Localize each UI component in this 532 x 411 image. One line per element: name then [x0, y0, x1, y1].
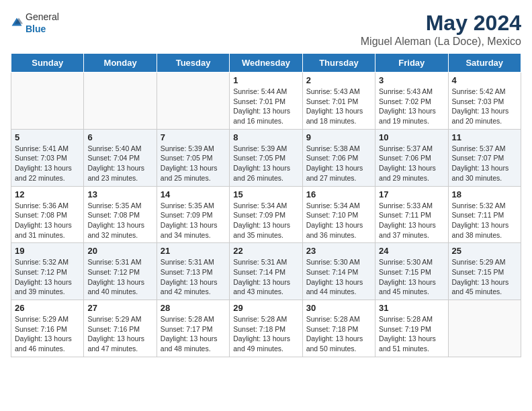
- col-header-saturday: Saturday: [448, 54, 521, 73]
- cell-info: Sunrise: 5:44 AM Sunset: 7:01 PM Dayligh…: [233, 87, 298, 126]
- cell-info: Sunrise: 5:31 AM Sunset: 7:14 PM Dayligh…: [233, 257, 298, 297]
- day-number: 12: [15, 189, 80, 199]
- col-header-friday: Friday: [375, 54, 448, 73]
- day-number: 13: [87, 189, 152, 199]
- calendar-cell: 27Sunrise: 5:29 AM Sunset: 7:16 PM Dayli…: [84, 300, 157, 357]
- cell-info: Sunrise: 5:31 AM Sunset: 7:13 PM Dayligh…: [161, 257, 226, 297]
- calendar-cell: 9Sunrise: 5:38 AM Sunset: 7:06 PM Daylig…: [302, 129, 375, 186]
- subtitle: Miguel Aleman (La Doce), Mexico: [361, 36, 521, 48]
- cell-info: Sunrise: 5:28 AM Sunset: 7:19 PM Dayligh…: [379, 314, 444, 354]
- day-number: 10: [379, 132, 444, 142]
- calendar-cell: 13Sunrise: 5:35 AM Sunset: 7:08 PM Dayli…: [84, 186, 157, 243]
- calendar-cell: 30Sunrise: 5:28 AM Sunset: 7:18 PM Dayli…: [302, 300, 375, 357]
- day-number: 17: [379, 189, 444, 199]
- cell-info: Sunrise: 5:32 AM Sunset: 7:11 PM Dayligh…: [452, 201, 517, 240]
- logo: General Blue: [11, 11, 59, 35]
- calendar-cell: [11, 73, 84, 130]
- day-number: 22: [233, 246, 298, 256]
- main-title: May 2024: [361, 11, 521, 36]
- col-header-wednesday: Wednesday: [230, 54, 302, 73]
- day-number: 23: [306, 246, 371, 256]
- cell-info: Sunrise: 5:28 AM Sunset: 7:18 PM Dayligh…: [233, 314, 298, 354]
- calendar-cell: 19Sunrise: 5:32 AM Sunset: 7:12 PM Dayli…: [11, 243, 84, 300]
- day-number: 7: [161, 132, 226, 142]
- cell-info: Sunrise: 5:28 AM Sunset: 7:18 PM Dayligh…: [306, 314, 371, 354]
- cell-info: Sunrise: 5:32 AM Sunset: 7:12 PM Dayligh…: [15, 257, 80, 297]
- calendar-cell: 14Sunrise: 5:35 AM Sunset: 7:09 PM Dayli…: [157, 186, 229, 243]
- cell-info: Sunrise: 5:39 AM Sunset: 7:05 PM Dayligh…: [161, 144, 226, 183]
- calendar-cell: 31Sunrise: 5:28 AM Sunset: 7:19 PM Dayli…: [375, 300, 448, 357]
- calendar-cell: 26Sunrise: 5:29 AM Sunset: 7:16 PM Dayli…: [11, 300, 84, 357]
- calendar-cell: 7Sunrise: 5:39 AM Sunset: 7:05 PM Daylig…: [157, 129, 229, 186]
- cell-info: Sunrise: 5:34 AM Sunset: 7:10 PM Dayligh…: [306, 201, 371, 240]
- cell-info: Sunrise: 5:38 AM Sunset: 7:06 PM Dayligh…: [306, 144, 371, 183]
- day-number: 15: [233, 189, 298, 199]
- day-number: 29: [233, 303, 298, 313]
- day-number: 5: [15, 132, 80, 142]
- calendar-cell: 29Sunrise: 5:28 AM Sunset: 7:18 PM Dayli…: [230, 300, 302, 357]
- calendar-cell: 16Sunrise: 5:34 AM Sunset: 7:10 PM Dayli…: [302, 186, 375, 243]
- header: General Blue May 2024 Miguel Aleman (La …: [11, 11, 521, 48]
- day-number: 28: [161, 303, 226, 313]
- day-number: 6: [87, 132, 152, 142]
- day-number: 31: [379, 303, 444, 313]
- calendar-cell: [157, 73, 229, 130]
- logo-general: General: [26, 11, 59, 22]
- cell-info: Sunrise: 5:43 AM Sunset: 7:02 PM Dayligh…: [379, 87, 444, 126]
- logo-icon: [11, 17, 23, 29]
- calendar-cell: 15Sunrise: 5:34 AM Sunset: 7:09 PM Dayli…: [230, 186, 302, 243]
- cell-info: Sunrise: 5:29 AM Sunset: 7:16 PM Dayligh…: [87, 314, 152, 354]
- cell-info: Sunrise: 5:35 AM Sunset: 7:09 PM Dayligh…: [161, 201, 226, 240]
- cell-info: Sunrise: 5:40 AM Sunset: 7:04 PM Dayligh…: [87, 144, 152, 183]
- calendar-cell: 22Sunrise: 5:31 AM Sunset: 7:14 PM Dayli…: [230, 243, 302, 300]
- calendar-cell: 24Sunrise: 5:30 AM Sunset: 7:15 PM Dayli…: [375, 243, 448, 300]
- calendar-cell: 21Sunrise: 5:31 AM Sunset: 7:13 PM Dayli…: [157, 243, 229, 300]
- cell-info: Sunrise: 5:36 AM Sunset: 7:08 PM Dayligh…: [15, 201, 80, 240]
- day-number: 26: [15, 303, 80, 313]
- day-number: 3: [379, 75, 444, 85]
- col-header-thursday: Thursday: [302, 54, 375, 73]
- calendar-cell: 28Sunrise: 5:28 AM Sunset: 7:17 PM Dayli…: [157, 300, 229, 357]
- calendar-cell: 8Sunrise: 5:39 AM Sunset: 7:05 PM Daylig…: [230, 129, 302, 186]
- day-number: 9: [306, 132, 371, 142]
- cell-info: Sunrise: 5:37 AM Sunset: 7:06 PM Dayligh…: [379, 144, 444, 183]
- day-number: 8: [233, 132, 298, 142]
- cell-info: Sunrise: 5:34 AM Sunset: 7:09 PM Dayligh…: [233, 201, 298, 240]
- calendar-cell: 12Sunrise: 5:36 AM Sunset: 7:08 PM Dayli…: [11, 186, 84, 243]
- day-number: 21: [161, 246, 226, 256]
- logo-blue: Blue: [26, 24, 46, 34]
- cell-info: Sunrise: 5:41 AM Sunset: 7:03 PM Dayligh…: [15, 144, 80, 183]
- day-number: 27: [87, 303, 152, 313]
- day-number: 11: [452, 132, 517, 142]
- calendar-cell: [448, 300, 521, 357]
- day-number: 25: [452, 246, 517, 256]
- day-number: 1: [233, 75, 298, 85]
- cell-info: Sunrise: 5:30 AM Sunset: 7:15 PM Dayligh…: [379, 257, 444, 297]
- cell-info: Sunrise: 5:35 AM Sunset: 7:08 PM Dayligh…: [87, 201, 152, 240]
- day-number: 2: [306, 75, 371, 85]
- calendar-cell: 20Sunrise: 5:31 AM Sunset: 7:12 PM Dayli…: [84, 243, 157, 300]
- calendar-cell: [84, 73, 157, 130]
- calendar-cell: 23Sunrise: 5:30 AM Sunset: 7:14 PM Dayli…: [302, 243, 375, 300]
- calendar-cell: 25Sunrise: 5:29 AM Sunset: 7:15 PM Dayli…: [448, 243, 521, 300]
- calendar-cell: 11Sunrise: 5:37 AM Sunset: 7:07 PM Dayli…: [448, 129, 521, 186]
- calendar-cell: 17Sunrise: 5:33 AM Sunset: 7:11 PM Dayli…: [375, 186, 448, 243]
- cell-info: Sunrise: 5:29 AM Sunset: 7:15 PM Dayligh…: [452, 257, 517, 297]
- cell-info: Sunrise: 5:37 AM Sunset: 7:07 PM Dayligh…: [452, 144, 517, 183]
- day-number: 30: [306, 303, 371, 313]
- cell-info: Sunrise: 5:31 AM Sunset: 7:12 PM Dayligh…: [87, 257, 152, 297]
- calendar-cell: 4Sunrise: 5:42 AM Sunset: 7:03 PM Daylig…: [448, 73, 521, 130]
- cell-info: Sunrise: 5:43 AM Sunset: 7:01 PM Dayligh…: [306, 87, 371, 126]
- cell-info: Sunrise: 5:30 AM Sunset: 7:14 PM Dayligh…: [306, 257, 371, 297]
- calendar-cell: 6Sunrise: 5:40 AM Sunset: 7:04 PM Daylig…: [84, 129, 157, 186]
- col-header-sunday: Sunday: [11, 54, 84, 73]
- day-number: 20: [87, 246, 152, 256]
- calendar-cell: 18Sunrise: 5:32 AM Sunset: 7:11 PM Dayli…: [448, 186, 521, 243]
- cell-info: Sunrise: 5:42 AM Sunset: 7:03 PM Dayligh…: [452, 87, 517, 126]
- calendar-cell: 10Sunrise: 5:37 AM Sunset: 7:06 PM Dayli…: [375, 129, 448, 186]
- day-number: 19: [15, 246, 80, 256]
- cell-info: Sunrise: 5:33 AM Sunset: 7:11 PM Dayligh…: [379, 201, 444, 240]
- calendar-cell: 3Sunrise: 5:43 AM Sunset: 7:02 PM Daylig…: [375, 73, 448, 130]
- day-number: 24: [379, 246, 444, 256]
- calendar-cell: 5Sunrise: 5:41 AM Sunset: 7:03 PM Daylig…: [11, 129, 84, 186]
